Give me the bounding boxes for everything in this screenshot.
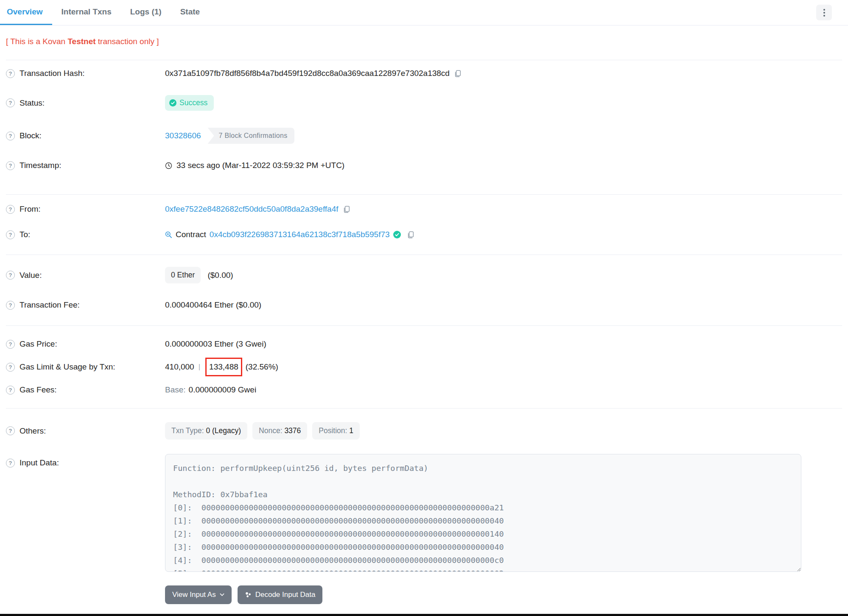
help-icon[interactable]: ?: [6, 69, 15, 78]
testnet-notice-text: [ This is a Kovan: [6, 37, 67, 46]
gas-limit-separator: |: [194, 363, 204, 371]
help-icon[interactable]: ?: [6, 386, 15, 395]
transaction-hash-label: Transaction Hash:: [20, 69, 84, 78]
value-label: Value:: [20, 271, 42, 280]
magnifier-plus-icon[interactable]: [165, 231, 172, 238]
transaction-hash-value: 0x371a51097fb78df856f8b4a7bd459f192d8cc8…: [165, 69, 450, 78]
tab-logs-label: Logs (1): [130, 7, 162, 17]
block-number-link[interactable]: 30328606: [165, 131, 201, 140]
status-row: ? Status: Success: [0, 87, 848, 119]
help-icon[interactable]: ?: [6, 98, 15, 107]
nonce-badge: Nonce: 3376: [252, 422, 307, 440]
help-icon[interactable]: ?: [6, 205, 15, 214]
transaction-fee-value: 0.000400464 Ether ($0.00): [165, 300, 261, 310]
gas-fees-label: Gas Fees:: [20, 385, 57, 395]
position-key: Position:: [319, 426, 349, 435]
from-address-link[interactable]: 0xfee7522e8482682cf50ddc50a0f8da2a39effa…: [165, 204, 339, 214]
to-contract-word: Contract: [176, 230, 206, 239]
timestamp-label: Timestamp:: [20, 161, 62, 170]
clock-icon: [165, 162, 172, 169]
help-icon[interactable]: ?: [6, 363, 15, 372]
gas-used-percent: (32.56%): [246, 362, 278, 372]
timestamp-row: ? Timestamp: 33 secs ago (Mar-11-2022 03…: [0, 152, 848, 179]
gas-limit-label: Gas Limit & Usage by Txn:: [20, 362, 115, 372]
txn-type-value: 0 (Legacy): [206, 426, 241, 435]
value-usd: ($0.00): [207, 271, 233, 280]
decode-input-data-label: Decode Input Data: [255, 591, 316, 599]
tab-internal-txns[interactable]: Internal Txns: [52, 0, 121, 25]
gas-price-label: Gas Price:: [20, 339, 57, 349]
screen-bottom-edge: [0, 614, 848, 616]
help-icon[interactable]: ?: [6, 340, 15, 349]
block-label: Block:: [20, 131, 42, 140]
input-data-label: Input Data:: [20, 458, 59, 468]
help-icon[interactable]: ?: [6, 230, 15, 239]
block-row: ? Block: 30328606 7 Block Confirmations: [0, 119, 848, 152]
input-data-row: ? Input Data: Function: performUpkeep(ui…: [0, 448, 848, 604]
tab-state[interactable]: State: [171, 0, 209, 25]
kebab-menu-icon[interactable]: [816, 5, 832, 20]
copy-icon[interactable]: [454, 70, 461, 77]
transaction-fee-row: ? Transaction Fee: 0.000400464 Ether ($0…: [0, 292, 848, 318]
status-label: Status:: [20, 98, 45, 108]
txn-type-badge: Txn Type: 0 (Legacy): [165, 422, 247, 440]
help-icon[interactable]: ?: [6, 271, 15, 280]
gas-fees-base-label: Base:: [165, 385, 186, 395]
from-row: ? From: 0xfee7522e8482682cf50ddc50a0f8da…: [0, 196, 848, 222]
view-input-as-button[interactable]: View Input As: [165, 585, 232, 604]
copy-icon[interactable]: [407, 231, 414, 238]
status-badge: Success: [165, 95, 214, 111]
testnet-notice-bold: Testnet: [67, 37, 95, 46]
value-badge: 0 Ether: [165, 267, 201, 283]
nonce-value: 3376: [284, 426, 301, 435]
tab-internal-txns-label: Internal Txns: [62, 7, 112, 17]
nonce-key: Nonce:: [259, 426, 284, 435]
help-icon[interactable]: ?: [6, 426, 15, 435]
gas-price-row: ? Gas Price: 0.000000003 Ether (3 Gwei): [0, 332, 848, 356]
testnet-notice-rest: transaction only ]: [96, 37, 159, 46]
block-confirmations-badge: 7 Block Confirmations: [208, 128, 295, 144]
help-icon[interactable]: ?: [6, 132, 15, 140]
status-text: Success: [179, 98, 207, 107]
to-row: ? To: Contract 0x4cb093f226983713164a621…: [0, 222, 848, 247]
gas-used-value: 133,488: [209, 362, 238, 371]
gas-limit-value: 410,000: [165, 362, 194, 372]
gas-used-annotation-box: 133,488: [205, 358, 242, 376]
gas-price-value: 0.000000003 Ether (3 Gwei): [165, 339, 266, 349]
chevron-down-icon: [220, 593, 224, 596]
tab-logs[interactable]: Logs (1): [121, 0, 171, 25]
decode-input-data-button[interactable]: Decode Input Data: [238, 585, 323, 604]
check-circle-icon: [169, 99, 176, 106]
tab-overview-label: Overview: [7, 7, 43, 17]
tab-overview[interactable]: Overview: [0, 0, 52, 25]
tab-bar: Overview Internal Txns Logs (1) State: [0, 0, 848, 25]
from-label: From:: [20, 204, 41, 214]
copy-icon[interactable]: [343, 206, 350, 213]
verified-check-icon: [393, 231, 401, 238]
others-row: ? Others: Txn Type: 0 (Legacy) Nonce: 33…: [0, 414, 848, 448]
tab-state-label: State: [180, 7, 200, 17]
help-icon[interactable]: ?: [6, 459, 15, 468]
input-data-textarea[interactable]: Function: performUpkeep(uint256 id, byte…: [165, 454, 801, 572]
transaction-fee-label: Transaction Fee:: [20, 300, 80, 310]
gas-limit-row: ? Gas Limit & Usage by Txn: 410,000 | 13…: [0, 356, 848, 378]
timestamp-value: 33 secs ago (Mar-11-2022 03:59:32 PM +UT…: [176, 161, 344, 170]
gas-fees-row: ? Gas Fees: Base: 0.000000009 Gwei: [0, 378, 848, 402]
position-badge: Position: 1: [312, 422, 360, 440]
others-label: Others:: [20, 426, 46, 436]
gas-fees-base-value: 0.000000009 Gwei: [189, 385, 257, 395]
to-label: To:: [20, 230, 30, 239]
decode-icon: [245, 591, 252, 598]
txn-type-key: Txn Type:: [171, 426, 206, 435]
to-address-link[interactable]: 0x4cb093f226983713164a62138c3f718a5b595f…: [210, 230, 390, 239]
value-row: ? Value: 0 Ether ($0.00): [0, 258, 848, 292]
transaction-hash-row: ? Transaction Hash: 0x371a51097fb78df856…: [0, 60, 848, 87]
position-value: 1: [349, 426, 353, 435]
help-icon[interactable]: ?: [6, 161, 15, 170]
help-icon[interactable]: ?: [6, 301, 15, 310]
view-input-as-label: View Input As: [172, 591, 216, 599]
testnet-notice: [ This is a Kovan Testnet transaction on…: [0, 25, 848, 60]
